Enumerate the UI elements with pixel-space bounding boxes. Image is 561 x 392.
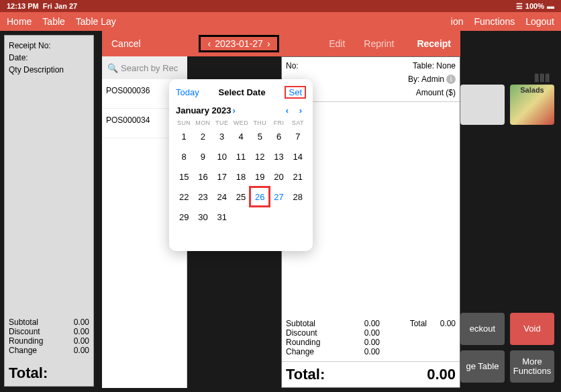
left-receipt-panel: Receipt No: Date: Qty Description Subtot…: [4, 35, 94, 387]
calendar-dow: THU: [250, 119, 269, 126]
search-icon: 🔍: [107, 63, 118, 73]
barcode-icon[interactable]: ⦀⦀⦀: [534, 71, 550, 85]
qty-description-header: Qty Description: [9, 64, 89, 76]
battery-percent: 100%: [525, 2, 544, 10]
rd-change-label: Change: [286, 347, 340, 356]
receipt-no-label: Receipt No:: [9, 40, 89, 52]
category-tile-1[interactable]: [460, 85, 505, 125]
rd-discount-label: Discount: [286, 328, 340, 338]
calendar-day[interactable]: 10: [213, 146, 232, 166]
status-bar: 12:13 PM Fri Jan 27 ☰ 100% ▬: [0, 0, 561, 12]
lp-total-label: Total:: [5, 360, 93, 386]
nav-logout[interactable]: Logout: [525, 16, 554, 27]
chevron-right-icon: ›: [232, 105, 235, 115]
calendar-day[interactable]: 17: [213, 166, 232, 187]
rd-rounding-label: Rounding: [286, 338, 340, 347]
calendar-day[interactable]: 21: [289, 166, 307, 187]
calendar-day[interactable]: 14: [289, 146, 307, 166]
nav-home[interactable]: Home: [7, 16, 32, 27]
more-functions-button[interactable]: More Functions: [510, 350, 554, 383]
rd-rounding: 0.00: [340, 338, 380, 347]
calendar-day[interactable]: 20: [269, 166, 288, 187]
calendar-day[interactable]: 11: [232, 146, 250, 166]
calendar-day[interactable]: 22: [174, 187, 193, 207]
calendar-dow: TUE: [213, 119, 232, 126]
calendar-day[interactable]: 7: [289, 126, 307, 146]
main-area: Receipt No: Date: Qty Description Subtot…: [0, 31, 561, 392]
selected-date: 2023-01-27: [215, 38, 263, 49]
nav-functions[interactable]: Functions: [474, 16, 515, 27]
calendar-day[interactable]: 18: [232, 166, 250, 187]
lp-subtotal: 0.00: [74, 317, 89, 327]
calendar-day[interactable]: 13: [269, 146, 288, 166]
search-placeholder: Search by Rec: [121, 63, 178, 73]
calendar-day[interactable]: 26: [250, 187, 269, 207]
calendar-dow: FRI: [269, 119, 288, 126]
calendar-day[interactable]: 15: [174, 166, 193, 187]
change-table-button[interactable]: ge Table: [460, 350, 505, 383]
calendar-day[interactable]: 30: [193, 207, 212, 227]
rd-subtotal: 0.00: [340, 319, 380, 328]
nav-ion[interactable]: ion: [451, 16, 464, 27]
info-icon[interactable]: i: [446, 75, 456, 84]
lp-rounding-label: Rounding: [9, 336, 43, 346]
calendar-day[interactable]: 25: [232, 187, 250, 207]
navigation-bar: Home Table Table Lay ion Functions Logou…: [0, 12, 561, 31]
calendar-dow: SAT: [289, 119, 307, 126]
status-date: Fri Jan 27: [43, 2, 77, 10]
calendar-day[interactable]: 8: [174, 146, 193, 166]
calendar-day[interactable]: 5: [250, 126, 269, 146]
calendar-month[interactable]: January 2023›: [176, 105, 236, 115]
calendar-day[interactable]: 24: [213, 187, 232, 207]
calendar-day[interactable]: 12: [250, 146, 269, 166]
calendar-day[interactable]: 28: [289, 187, 307, 207]
lp-change-label: Change: [9, 346, 37, 355]
calendar-next-month[interactable]: ›: [299, 105, 302, 115]
calendar-day[interactable]: 27: [269, 187, 288, 207]
battery-icon: ▬: [547, 2, 554, 10]
calendar-today-button[interactable]: Today: [176, 87, 199, 97]
calendar-day[interactable]: 19: [250, 166, 269, 187]
calendar-day[interactable]: 16: [193, 166, 212, 187]
tile-salads-label: Salads: [510, 86, 554, 94]
rd-total-val: 0.00: [427, 319, 456, 328]
reprint-button[interactable]: Reprint: [364, 38, 394, 49]
chevron-right-icon[interactable]: ›: [267, 38, 270, 49]
calendar-day[interactable]: 9: [193, 146, 212, 166]
calendar-dow: MON: [193, 119, 212, 126]
lp-discount-label: Discount: [9, 327, 40, 336]
rd-by-label: By: Admin: [408, 75, 444, 84]
rd-change: 0.00: [340, 347, 380, 356]
calendar-popover: Today Select Date Set January 2023› ‹ › …: [169, 79, 313, 251]
receipt-tab[interactable]: Receipt: [417, 38, 451, 49]
void-button[interactable]: Void: [510, 313, 554, 345]
search-row[interactable]: 🔍 Search by Rec: [102, 56, 187, 79]
lp-rounding: 0.00: [74, 336, 89, 346]
calendar-dow-row: SUNMONTUEWEDTHUFRISAT: [174, 119, 307, 126]
calendar-prev-month[interactable]: ‹: [286, 105, 289, 115]
calendar-dow: SUN: [174, 119, 193, 126]
calendar-day[interactable]: 1: [174, 126, 193, 146]
calendar-day[interactable]: 6: [269, 126, 288, 146]
lp-subtotal-label: Subtotal: [9, 317, 38, 327]
calendar-day[interactable]: 2: [193, 126, 212, 146]
calendar-day[interactable]: 3: [213, 126, 232, 146]
rd-discount: 0.00: [340, 328, 380, 338]
calendar-day[interactable]: 23: [193, 187, 212, 207]
date-label: Date:: [9, 52, 89, 64]
chevron-left-icon[interactable]: ‹: [208, 38, 211, 49]
nav-tablelay[interactable]: Table Lay: [76, 16, 116, 27]
nav-table[interactable]: Table: [42, 16, 64, 27]
date-selector[interactable]: ‹ 2023-01-27 ›: [199, 35, 279, 52]
edit-button[interactable]: Edit: [329, 38, 345, 49]
status-time: 12:13 PM: [7, 2, 39, 10]
calendar-day[interactable]: 31: [213, 207, 232, 227]
calendar-set-button[interactable]: Set: [285, 86, 306, 99]
cancel-button[interactable]: Cancel: [111, 38, 158, 49]
calendar-day[interactable]: 29: [174, 207, 193, 227]
checkout-button[interactable]: eckout: [460, 313, 505, 345]
calendar-day[interactable]: 4: [232, 126, 250, 146]
category-tile-salads[interactable]: Salads: [510, 85, 554, 125]
calendar-dow: WED: [232, 119, 250, 126]
wifi-icon: ☰: [516, 2, 523, 11]
